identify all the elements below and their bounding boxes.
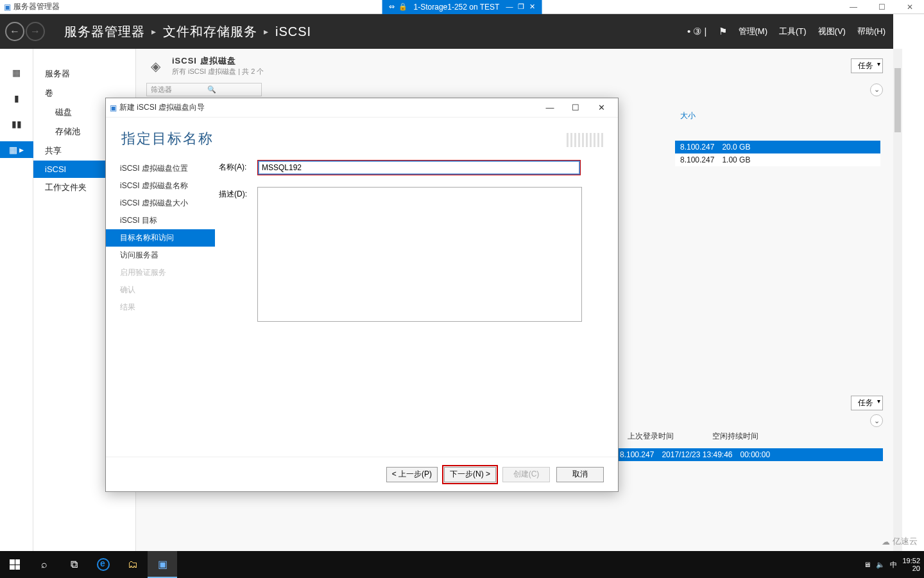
ie-icon[interactable] <box>89 551 118 578</box>
start-button[interactable] <box>0 551 30 578</box>
wizard-titlebar[interactable]: ▣ 新建 iSCSI 虚拟磁盘向导 — ☐ ✕ <box>106 98 618 118</box>
vm-restore[interactable]: ❐ <box>518 3 524 11</box>
app-title: 服务器管理器 <box>13 1 60 12</box>
wizard-heading: 指定目标名称 <box>106 118 618 157</box>
collapse-chevron-icon[interactable]: ⌄ <box>870 83 883 96</box>
server-manager-taskbar-icon[interactable]: ▣ <box>148 551 177 578</box>
refresh-dropdown-icon[interactable]: • ③ | <box>687 26 706 37</box>
step-result: 结果 <box>106 299 215 316</box>
col-idle[interactable]: 空闲持续时间 <box>712 431 758 442</box>
target-name-input[interactable] <box>259 161 579 174</box>
step-disk-size[interactable]: iSCSI 虚拟磁盘大小 <box>106 195 215 212</box>
taskbar: ⌕ ⧉ 🗂 ▣ 🖥 🔈 中 19:52 20 <box>0 551 924 578</box>
menu-view[interactable]: 视图(V) <box>818 26 846 37</box>
name-highlight <box>257 160 581 175</box>
wizard-icon: ▣ <box>110 103 117 112</box>
tray-date[interactable]: 20 <box>912 565 920 572</box>
taskview-icon[interactable]: ⧉ <box>59 551 89 578</box>
col-last-login[interactable]: 上次登录时间 <box>628 431 674 442</box>
nav-back-button[interactable]: ← <box>5 22 24 41</box>
tray-ime[interactable]: 中 <box>890 560 897 570</box>
collapse-chevron-icon[interactable]: ⌄ <box>870 414 883 427</box>
vm-session-title: 1-Storage1-252 on TEST <box>414 3 500 12</box>
col-size[interactable]: 大小 <box>680 110 696 121</box>
watermark: ☁ 亿速云 <box>882 536 918 547</box>
cloud-icon: ☁ <box>882 537 890 547</box>
vm-minimize[interactable]: — <box>506 3 513 11</box>
breadcrumb: 服务器管理器 ▸ 文件和存储服务 ▸ iSCSI <box>64 23 311 40</box>
vertical-scrollbar[interactable] <box>893 49 902 551</box>
outer-maximize[interactable]: ☐ <box>868 0 896 14</box>
breadcrumb-2[interactable]: iSCSI <box>275 24 311 39</box>
rail-local-icon[interactable]: ▮ <box>0 90 33 107</box>
prev-button[interactable]: < 上一步(P) <box>386 467 438 482</box>
step-disk-name[interactable]: iSCSI 虚拟磁盘名称 <box>106 177 215 195</box>
outer-minimize[interactable]: — <box>839 0 868 14</box>
icon-rail: ▦ ▮ ▮▮ ▦ ▸ <box>0 49 33 551</box>
nav-servers[interactable]: 服务器 <box>33 64 135 83</box>
disk-icon: ◈ <box>146 57 164 75</box>
tasks-dropdown[interactable]: 任务 <box>851 58 883 73</box>
table-row[interactable]: 8.100.247 20.0 GB <box>675 141 880 153</box>
step-disk-location[interactable]: iSCSI 虚拟磁盘位置 <box>106 160 215 177</box>
panel-subtitle: 所有 iSCSI 虚拟磁盘 | 共 2 个 <box>172 67 264 76</box>
step-confirm: 确认 <box>106 281 215 299</box>
wizard-minimize[interactable]: — <box>537 103 563 112</box>
cancel-button[interactable]: 取消 <box>556 467 604 482</box>
step-access-servers[interactable]: 访问服务器 <box>106 247 215 264</box>
create-button: 创建(C) <box>502 467 550 482</box>
tray-volume-icon[interactable]: 🔈 <box>876 561 885 569</box>
vm-close[interactable]: ✕ <box>529 3 535 11</box>
menu-manage[interactable]: 管理(M) <box>739 26 768 37</box>
search-icon[interactable]: ⌕ <box>30 551 59 578</box>
step-target-name[interactable]: 目标名称和访问 <box>106 229 215 247</box>
rail-dashboard-icon[interactable]: ▦ <box>0 64 33 81</box>
next-button[interactable]: 下一步(N) > <box>444 467 496 482</box>
wizard-maximize[interactable]: ☐ <box>563 103 588 112</box>
step-auth: 启用验证服务 <box>106 264 215 281</box>
menu-tools[interactable]: 工具(T) <box>779 26 807 37</box>
vm-titlebar: ▣ 服务器管理器 ⇔ 🔒 1-Storage1-252 on TEST — ❐ … <box>0 0 924 14</box>
flag-icon[interactable]: ⚑ <box>719 26 727 37</box>
system-tray[interactable]: 🖥 🔈 中 19:52 20 <box>864 557 920 572</box>
session-row[interactable]: 8.100.247 2017/12/23 13:49:46 00:00:00 <box>615 448 883 461</box>
rail-allservers-icon[interactable]: ▮▮ <box>0 116 33 132</box>
server-manager-header: ← → 服务器管理器 ▸ 文件和存储服务 ▸ iSCSI • ③ | ⚑ 管理(… <box>0 14 893 49</box>
wizard-close[interactable]: ✕ <box>588 103 614 112</box>
lock-icon: 🔒 <box>398 3 407 11</box>
breadcrumb-1[interactable]: 文件和存储服务 <box>163 23 257 40</box>
target-desc-input[interactable] <box>257 187 582 322</box>
server-manager-icon: ▣ <box>4 3 11 12</box>
vm-connection-bar: ⇔ 🔒 1-Storage1-252 on TEST — ❐ ✕ <box>382 0 542 14</box>
filter-input[interactable]: 筛选器 🔍 <box>146 83 262 96</box>
tasks-dropdown-lower[interactable]: 任务 <box>851 396 883 410</box>
tray-network-icon[interactable]: 🖥 <box>864 561 871 568</box>
wizard-steps: iSCSI 虚拟磁盘位置 iSCSI 虚拟磁盘名称 iSCSI 虚拟磁盘大小 i… <box>106 157 215 457</box>
rail-filestorage-icon[interactable]: ▦ ▸ <box>0 141 33 158</box>
breadcrumb-root[interactable]: 服务器管理器 <box>64 23 145 40</box>
tray-time[interactable]: 19:52 <box>902 557 920 565</box>
desc-label: 描述(D): <box>219 187 257 200</box>
chevron-right-icon: ▸ <box>151 26 157 37</box>
pin-icon[interactable]: ⇔ <box>389 3 395 11</box>
menu-help[interactable]: 帮助(H) <box>857 26 886 37</box>
panel-title: iSCSI 虚拟磁盘 <box>172 55 264 67</box>
name-label: 名称(A): <box>219 160 257 173</box>
chevron-right-icon: ▸ <box>264 26 269 37</box>
nav-forward-button[interactable]: → <box>26 22 45 41</box>
outer-close[interactable]: ✕ <box>896 0 924 14</box>
wizard-window-title: 新建 iSCSI 虚拟磁盘向导 <box>119 102 205 113</box>
explorer-icon[interactable]: 🗂 <box>118 551 148 578</box>
table-row[interactable]: 8.100.247 1.00 GB <box>675 153 880 166</box>
iscsi-wizard-dialog: ▣ 新建 iSCSI 虚拟磁盘向导 — ☐ ✕ 指定目标名称 iSCSI 虚拟磁… <box>105 98 619 492</box>
step-target[interactable]: iSCSI 目标 <box>106 212 215 229</box>
